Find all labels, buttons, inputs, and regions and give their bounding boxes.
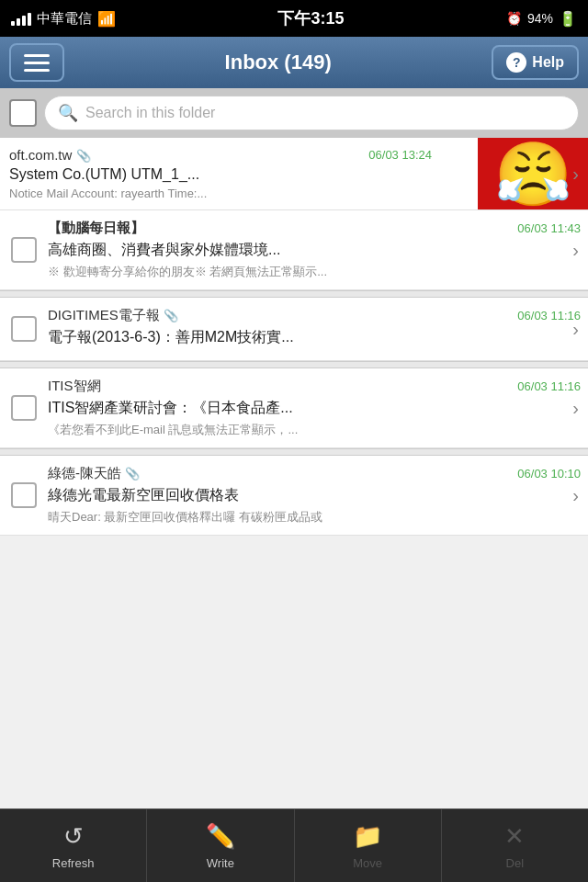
- hamburger-line-1: [24, 54, 50, 57]
- menu-button[interactable]: [9, 43, 64, 82]
- email-separator: [0, 290, 588, 298]
- write-icon: ✏️: [206, 822, 235, 851]
- inbox-title: Inbox (149): [225, 51, 332, 74]
- email-row1: 綠德-陳天皓 📎 06/03 10:10: [48, 465, 581, 482]
- write-label: Write: [207, 856, 234, 870]
- battery-icon: 🔋: [559, 10, 577, 28]
- write-button[interactable]: ✏️ Write: [147, 809, 294, 882]
- search-icon: 🔍: [58, 103, 78, 123]
- email-preview: ※ 歡迎轉寄分享給你的朋友※ 若網頁無法正常顯示...: [48, 264, 581, 280]
- email-sender: 【動腦每日報】: [48, 220, 144, 237]
- attachment-icon: 📎: [164, 309, 178, 322]
- email-item[interactable]: oft.com.tw 📎 06/03 13:24 System Co.(UTM)…: [0, 138, 588, 210]
- chevron-right-icon: ›: [572, 164, 579, 185]
- signal-bars: [11, 11, 31, 26]
- status-right: ⏰ 94% 🔋: [506, 10, 577, 28]
- email-content: 【動腦每日報】 06/03 11:43 高雄商圈、消費者與家外媒體環境... ※…: [48, 210, 588, 289]
- email-preview: Notice Mail Account: rayearth Time:...: [9, 187, 432, 200]
- search-bar: 🔍 Search in this folder: [0, 88, 588, 138]
- email-subject: 綠德光電最新空匣回收價格表: [48, 486, 581, 505]
- email-subject: 電子報(2013-6-3)：善用M2M技術實...: [48, 328, 581, 347]
- email-row1: DIGITIMES電子報 📎 06/03 11:16: [48, 307, 581, 324]
- email-checkbox[interactable]: [11, 395, 37, 421]
- email-item[interactable]: 【動腦每日報】 06/03 11:43 高雄商圈、消費者與家外媒體環境... ※…: [0, 210, 588, 290]
- select-all-checkbox[interactable]: [9, 99, 37, 127]
- email-image-preview: 😤: [478, 138, 588, 209]
- carrier-label: 中華電信: [37, 10, 92, 28]
- email-sender: oft.com.tw 📎: [9, 147, 91, 163]
- email-sender: ITIS智網: [48, 378, 101, 395]
- email-content: 綠德-陳天皓 📎 06/03 10:10 綠德光電最新空匣回收價格表 晴天Dea…: [48, 456, 588, 535]
- help-button[interactable]: ? Help: [492, 45, 579, 80]
- email-content-1: oft.com.tw 📎 06/03 13:24 System Co.(UTM)…: [0, 138, 478, 209]
- chevron-right-icon: ›: [572, 485, 579, 506]
- bottom-toolbar: ↺ Refresh ✏️ Write 📁 Move ✕ Del: [0, 808, 588, 882]
- hamburger-line-3: [24, 69, 50, 72]
- status-left: 中華電信 📶: [11, 10, 116, 28]
- email-item[interactable]: 綠德-陳天皓 📎 06/03 10:10 綠德光電最新空匣回收價格表 晴天Dea…: [0, 456, 588, 536]
- email-separator: [0, 361, 588, 368]
- attachment-icon: 📎: [125, 467, 140, 481]
- email-date: 06/03 11:16: [517, 309, 581, 322]
- email-date: 06/03 11:16: [517, 379, 581, 393]
- chevron-right-icon: ›: [572, 240, 579, 261]
- email-preview: 晴天Dear: 最新空匣回收價格釋出囉 有碳粉匣成品或: [48, 509, 581, 526]
- email-date: 06/03 13:24: [368, 148, 432, 162]
- refresh-label: Refresh: [52, 856, 95, 870]
- email-checkbox-col: [0, 368, 48, 447]
- move-label: Move: [353, 856, 382, 870]
- email-date: 06/03 10:10: [517, 467, 581, 481]
- refresh-icon: ↺: [63, 822, 84, 851]
- email-checkbox-col: [0, 456, 48, 535]
- hamburger-line-2: [24, 62, 50, 64]
- email-preview: 《若您看不到此E-mail 訊息或無法正常顯示，...: [48, 422, 581, 438]
- move-button[interactable]: 📁 Move: [295, 809, 442, 882]
- email-row1: oft.com.tw 📎 06/03 13:24: [9, 147, 432, 163]
- email-item[interactable]: ITIS智網 06/03 11:16 ITIS智網產業研討會：《日本食品產...…: [0, 368, 588, 448]
- email-checkbox-col: [0, 298, 48, 360]
- del-label: Del: [506, 856, 525, 870]
- refresh-button[interactable]: ↺ Refresh: [0, 809, 147, 882]
- status-bar: 中華電信 📶 下午3:15 ⏰ 94% 🔋: [0, 0, 588, 37]
- email-checkbox-col: [0, 210, 48, 289]
- email-subject: 高雄商圈、消費者與家外媒體環境...: [48, 241, 581, 260]
- email-item[interactable]: DIGITIMES電子報 📎 06/03 11:16 電子報(2013-6-3)…: [0, 298, 588, 361]
- help-label: Help: [532, 54, 564, 71]
- email-row1: 【動腦每日報】 06/03 11:43: [48, 220, 581, 237]
- chevron-right-icon: ›: [572, 319, 579, 340]
- email-separator: [0, 448, 588, 456]
- email-list: oft.com.tw 📎 06/03 13:24 System Co.(UTM)…: [0, 138, 588, 536]
- email-row1: ITIS智網 06/03 11:16: [48, 378, 581, 395]
- angry-emoji-icon: 😤: [494, 142, 572, 205]
- email-content: ITIS智網 06/03 11:16 ITIS智網產業研討會：《日本食品產...…: [48, 368, 588, 447]
- move-icon: 📁: [353, 822, 382, 851]
- del-button[interactable]: ✕ Del: [442, 809, 588, 882]
- email-date: 06/03 11:43: [517, 221, 581, 235]
- wifi-icon: 📶: [97, 10, 116, 28]
- email-checkbox[interactable]: [11, 237, 37, 263]
- battery-label: 94%: [527, 11, 553, 26]
- header: Inbox (149) ? Help: [0, 37, 588, 88]
- email-sender: DIGITIMES電子報 📎: [48, 307, 178, 324]
- search-placeholder: Search in this folder: [85, 105, 215, 121]
- email-content: DIGITIMES電子報 📎 06/03 11:16 電子報(2013-6-3)…: [48, 298, 588, 360]
- email-sender: 綠德-陳天皓 📎: [48, 465, 140, 482]
- search-input-wrap[interactable]: 🔍 Search in this folder: [44, 96, 579, 130]
- question-icon: ?: [506, 52, 526, 73]
- email-subject: ITIS智網產業研討會：《日本食品產...: [48, 399, 581, 418]
- email-subject: System Co.(UTM) UTM_1_...: [9, 166, 432, 183]
- email-checkbox[interactable]: [11, 316, 37, 342]
- attachment-icon: 📎: [76, 149, 91, 163]
- time-display: 下午3:15: [277, 7, 344, 29]
- email-checkbox[interactable]: [11, 482, 37, 508]
- clock-icon: ⏰: [506, 11, 522, 26]
- chevron-right-icon: ›: [572, 398, 579, 419]
- delete-icon: ✕: [504, 822, 525, 851]
